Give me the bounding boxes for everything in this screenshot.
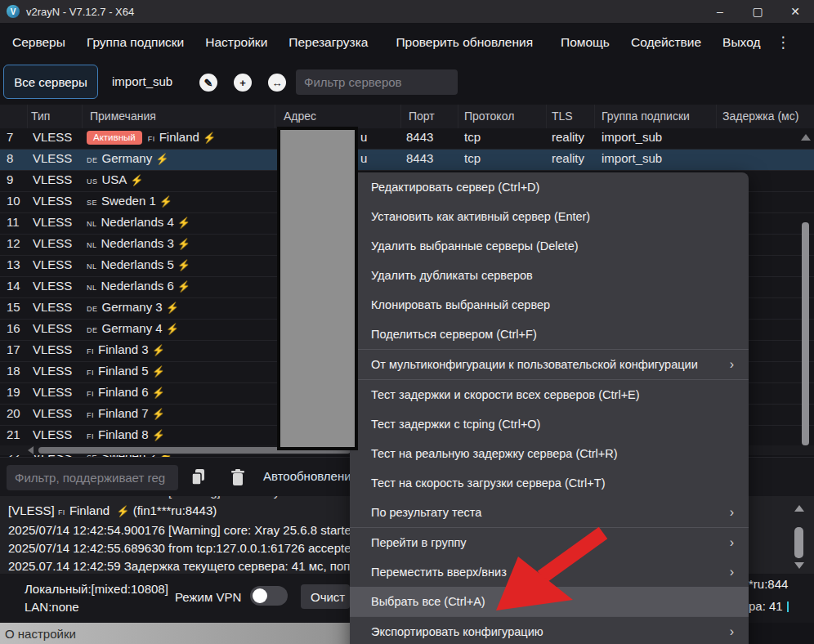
close-button[interactable]: ✕: [776, 0, 814, 23]
redaction-box: [277, 127, 358, 450]
submenu-arrow-icon: ›: [730, 565, 734, 579]
context-menu-item[interactable]: Редактировать сервер (Ctrl+D): [350, 172, 749, 202]
lightning-icon: ⚡: [159, 195, 172, 208]
scroll-left-icon[interactable]: [28, 446, 34, 454]
row-notes: FIFinland 7⚡: [87, 406, 165, 420]
vpn-toggle[interactable]: [250, 586, 288, 606]
row-type: VLESS: [33, 172, 72, 186]
server-name: Germany: [102, 151, 153, 165]
row-type: VLESS: [33, 151, 72, 165]
menu-item-label: Удалить дубликаты серверов: [371, 269, 533, 282]
minimize-button[interactable]: –: [701, 0, 739, 23]
lightning-icon: ⚡: [166, 302, 179, 314]
row-notes: DEGermany 3⚡: [87, 300, 179, 314]
col-notes[interactable]: Примечания: [90, 110, 156, 123]
edit-group-icon[interactable]: ✎: [199, 74, 217, 92]
menu-settings[interactable]: Настройки: [195, 35, 278, 50]
row-number: 11: [7, 215, 20, 229]
server-filter-input[interactable]: [296, 69, 458, 95]
menu-subscription-group[interactable]: Группа подписки: [76, 35, 195, 50]
context-menu-item[interactable]: Тест на скорость загрузки сервера (Ctrl+…: [350, 468, 749, 498]
vpn-mode-label: Режим VPN: [175, 590, 241, 604]
row-type: VLESS: [33, 406, 72, 420]
row-notes: NLNederlands 4⚡: [87, 215, 190, 229]
menu-item-label: Выбрать все (Ctrl+A): [371, 595, 485, 608]
context-menu-item[interactable]: Тест задержки и скорости всех серверов (…: [350, 380, 749, 409]
toggle-knob: [253, 588, 267, 603]
maximize-button[interactable]: ▢: [739, 0, 776, 23]
menu-exit[interactable]: Выход: [712, 35, 771, 50]
row-type: VLESS: [33, 257, 72, 271]
context-menu-item[interactable]: Тест на реальную задержку сервера (Ctrl+…: [350, 439, 749, 468]
row-number: 10: [7, 194, 20, 208]
row-type: VLESS: [33, 427, 72, 441]
tab-all-servers[interactable]: Все серверы: [3, 65, 98, 99]
window-title: v2rayN - V7.12.7 - X64: [26, 6, 134, 18]
menu-reload[interactable]: Перезагрузка: [278, 35, 378, 50]
lightning-icon: ⚡: [177, 280, 190, 293]
context-menu-item[interactable]: По результату теста›: [350, 498, 749, 527]
context-menu-item[interactable]: От мультиконфигурации к пользовательской…: [350, 350, 749, 379]
context-menu-item[interactable]: Выбрать все (Ctrl+A): [350, 587, 749, 616]
lightning-icon: ⚡: [152, 408, 165, 420]
context-menu-item[interactable]: Установить как активный сервер (Enter): [350, 202, 749, 231]
context-menu-item[interactable]: Перейти в группу›: [350, 528, 749, 557]
scroll-up-icon[interactable]: [801, 134, 811, 141]
context-menu-item[interactable]: Удалить выбранные серверы (Delete): [350, 231, 749, 261]
add-group-icon[interactable]: +: [234, 74, 252, 92]
context-menu-item[interactable]: Тест задержки с tcping (Ctrl+O): [350, 409, 749, 439]
server-name: Finland: [159, 130, 199, 144]
kebab-menu-icon[interactable]: ⋮: [776, 33, 791, 51]
menu-item-label: Переместить вверх/вниз: [371, 566, 507, 579]
tab-import-sub[interactable]: import_sub: [112, 65, 172, 97]
country-code: SE: [87, 199, 97, 207]
menu-servers[interactable]: Серверы: [2, 35, 76, 50]
log-scroll-thumb[interactable]: [794, 527, 803, 558]
col-protocol[interactable]: Протокол: [464, 110, 514, 123]
row-notes: USUSA⚡: [87, 172, 144, 186]
col-delay[interactable]: Задержка (мс): [722, 110, 798, 123]
context-menu-item[interactable]: Поделиться сервером (Ctrl+F): [350, 320, 749, 349]
col-port[interactable]: Порт: [409, 110, 435, 123]
expand-icon[interactable]: ↔: [268, 74, 286, 92]
context-menu-item[interactable]: Переместить вверх/вниз›: [350, 557, 749, 587]
table-row[interactable]: 7VLESSАктивныйFIFinland⚡u8443tcprealityi…: [0, 128, 814, 150]
menu-check-updates[interactable]: Проверить обновления: [385, 35, 543, 50]
row-port: 8443: [406, 130, 433, 144]
submenu-arrow-icon: ›: [730, 357, 734, 372]
caret: [787, 602, 789, 612]
context-menu-item[interactable]: Клонировать выбранный сервер: [350, 290, 749, 320]
app-logo-icon: V: [7, 5, 20, 18]
col-address[interactable]: Адрес: [284, 110, 316, 123]
log-scroll-up-icon[interactable]: [794, 505, 804, 512]
row-notes: DEGermany 4⚡: [87, 321, 179, 335]
row-type: VLESS: [33, 300, 72, 314]
table-header: Тип Примечания Адрес Порт Протокол TLS Г…: [0, 105, 814, 129]
vertical-scroll-thumb[interactable]: [802, 222, 809, 445]
copy-icon[interactable]: [188, 467, 209, 488]
log-filter-input[interactable]: [7, 465, 178, 490]
trash-icon[interactable]: [227, 467, 248, 488]
server-name: Germany 3: [102, 300, 163, 314]
row-group: import_sub: [602, 130, 662, 144]
col-group[interactable]: Группа подписки: [602, 110, 690, 123]
table-row[interactable]: 8VLESSDEGermany⚡u8443tcprealityimport_su…: [0, 150, 814, 171]
menu-item-label: По результату теста: [371, 506, 481, 519]
col-type[interactable]: Тип: [31, 110, 50, 123]
col-tls[interactable]: TLS: [552, 110, 573, 123]
context-menu-item[interactable]: Удалить дубликаты серверов: [350, 261, 749, 290]
row-type: VLESS: [33, 342, 72, 356]
log-scroll-down-icon[interactable]: [794, 562, 804, 569]
row-notes: FIFinland 6⚡: [87, 385, 165, 399]
row-notes: АктивныйFIFinland⚡: [87, 130, 216, 145]
menu-help[interactable]: Помощь: [550, 35, 620, 50]
status-delay-fragment: ра: 41: [749, 599, 789, 613]
clear-button[interactable]: Очист: [301, 584, 350, 609]
context-menu-item[interactable]: Экспортировать конфигурацию›: [350, 617, 749, 644]
menu-item-label: Перейти в группу: [371, 536, 467, 549]
country-code: DE: [87, 305, 98, 313]
menu-promotion[interactable]: Содействие: [620, 35, 712, 50]
autoupdate-label[interactable]: Автообновление: [263, 469, 358, 483]
lightning-icon: ⚡: [152, 344, 165, 356]
row-number: 7: [7, 130, 13, 144]
